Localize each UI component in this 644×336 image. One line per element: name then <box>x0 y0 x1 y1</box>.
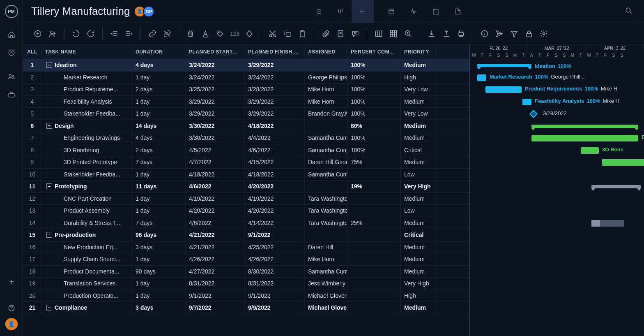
unlink-icon[interactable] <box>161 27 174 40</box>
task-row[interactable]: 1 −Ideation 4 days 3/24/2022 3/29/2022 1… <box>23 59 469 72</box>
view-board-icon[interactable] <box>329 0 352 23</box>
columns-icon[interactable] <box>372 27 385 40</box>
paste-icon[interactable] <box>296 27 309 40</box>
task-row[interactable]: 20 Production Operato... 1 day 9/1/2022 … <box>23 290 469 302</box>
gantt-row: Market Research100%George Phill... <box>470 72 644 84</box>
cut-icon[interactable] <box>266 27 279 40</box>
search-icon[interactable] <box>622 4 636 19</box>
clock-icon[interactable] <box>3 44 20 61</box>
task-row[interactable]: 7 Engineering Drawings 4 days 3/30/2022 … <box>23 132 469 144</box>
task-row[interactable]: 2 Market Research 1 day 3/24/2022 3/24/2… <box>23 72 469 84</box>
task-grid[interactable]: ALL TASK NAME DURATION PLANNED START... … <box>23 44 469 336</box>
info-icon[interactable] <box>478 27 491 40</box>
milestone-icon[interactable] <box>243 27 256 40</box>
user-avatar[interactable]: 👤 <box>5 318 18 330</box>
col-name[interactable]: TASK NAME <box>42 44 132 59</box>
col-duration[interactable]: DURATION <box>132 44 186 59</box>
gantt-chart[interactable]: R, 20 '22MAR, 27 '22APR, 3 '22 WTFSSMTWT… <box>469 44 644 336</box>
export-icon[interactable] <box>440 27 453 40</box>
task-row[interactable]: 10 Stakeholder Feedba... 1 day 4/18/2022… <box>23 169 469 181</box>
collapse-icon[interactable]: − <box>46 305 52 311</box>
task-row[interactable]: 3 Product Requireme... 2 days 3/25/2022 … <box>23 83 469 96</box>
task-row[interactable]: 8 3D Rendering 2 days 4/5/2022 4/6/2022 … <box>23 144 469 157</box>
add-icon[interactable] <box>3 273 20 290</box>
view-gantt-icon[interactable] <box>352 0 374 23</box>
view-activity-icon[interactable] <box>402 0 425 23</box>
project-avatars[interactable]: 👤 GP <box>136 6 154 17</box>
home-icon[interactable] <box>3 26 20 43</box>
undo-icon[interactable] <box>69 27 83 40</box>
collapse-icon[interactable]: − <box>46 123 52 129</box>
collapse-icon[interactable]: − <box>46 62 52 68</box>
link-icon[interactable] <box>146 27 159 40</box>
lock-icon[interactable] <box>522 27 536 40</box>
redo-icon[interactable] <box>84 27 97 40</box>
view-list-icon[interactable] <box>307 0 329 23</box>
task-row[interactable]: 6 −Design 14 days 3/30/2022 4/18/2022 80… <box>23 120 469 132</box>
text-icon[interactable] <box>199 27 212 40</box>
avatar-2[interactable]: GP <box>143 6 154 17</box>
col-priority[interactable]: PRIORITY <box>401 44 436 59</box>
col-percent[interactable]: PERCENT COM... <box>347 44 401 59</box>
app-logo[interactable]: PM <box>5 5 18 18</box>
gantt-bar[interactable]: Market Research100%George Phill... <box>477 74 486 81</box>
gantt-bar[interactable] <box>602 159 644 166</box>
send-icon[interactable] <box>493 27 506 40</box>
task-row[interactable]: 15 −Pre-production 96 days 4/21/2022 9/1… <box>23 229 469 241</box>
zoom-in-icon[interactable] <box>402 27 415 40</box>
users-icon[interactable] <box>3 68 20 85</box>
gantt-bar[interactable]: Ideation100% <box>477 64 531 67</box>
view-file-icon[interactable] <box>447 0 469 23</box>
gantt-bar[interactable] <box>531 125 638 128</box>
import-icon[interactable] <box>425 27 438 40</box>
help-icon[interactable] <box>3 300 20 316</box>
gantt-row: Product Requirements100%Mike H <box>470 83 644 96</box>
copy-icon[interactable] <box>281 27 294 40</box>
task-row[interactable]: 16 New Production Eq... 3 days 4/21/2022… <box>23 241 469 254</box>
view-sheet-icon[interactable] <box>380 0 402 23</box>
outdent-icon[interactable] <box>108 27 121 40</box>
gantt-row <box>470 278 644 290</box>
col-all[interactable]: ALL <box>23 44 42 59</box>
tag-icon[interactable] <box>214 27 227 40</box>
notes-icon[interactable] <box>334 27 347 40</box>
gantt-bar[interactable] <box>591 220 624 227</box>
task-row[interactable]: 19 Translation Services 1 day 8/31/2022 … <box>23 278 469 290</box>
comment-icon[interactable] <box>349 27 362 40</box>
svg-point-9 <box>51 31 53 34</box>
grid-icon[interactable] <box>387 27 400 40</box>
col-start[interactable]: PLANNED START... <box>186 44 245 59</box>
task-row[interactable]: 12 CNC Part Creation 1 day 4/19/2022 4/1… <box>23 193 469 205</box>
left-sidebar: PM 👤 <box>0 0 23 336</box>
task-row[interactable]: 11 −Prototyping 11 days 4/6/2022 4/20/20… <box>23 181 469 193</box>
briefcase-icon[interactable] <box>3 86 20 103</box>
delete-icon[interactable] <box>184 27 197 40</box>
task-row[interactable]: 5 Stakeholder Feedba... 1 day 3/29/2022 … <box>23 108 469 120</box>
task-row[interactable]: 9 3D Printed Prototype 7 days 4/7/2022 4… <box>23 156 469 169</box>
gantt-bar[interactable]: 3D Renc <box>581 147 599 154</box>
indent-icon[interactable] <box>122 27 136 40</box>
task-row[interactable]: 4 Feasibility Analysis 1 day 3/29/2022 3… <box>23 96 469 108</box>
gantt-bar[interactable]: Engineering D <box>531 135 638 141</box>
gantt-bar[interactable]: Feasibility Analysis100%Mike H <box>522 99 531 105</box>
add-task-icon[interactable] <box>31 27 44 40</box>
task-row[interactable]: 13 Product Assembly 1 day 4/20/2022 4/20… <box>23 205 469 217</box>
milestone-diamond[interactable] <box>529 110 538 118</box>
attachment-icon[interactable] <box>319 27 332 40</box>
settings-icon[interactable] <box>537 27 550 40</box>
gantt-row <box>470 290 644 302</box>
collapse-icon[interactable]: − <box>46 232 52 238</box>
gantt-bar[interactable] <box>591 185 641 188</box>
gantt-bar[interactable]: Product Requirements100%Mike H <box>485 86 522 93</box>
col-assigned[interactable]: ASSIGNED <box>305 44 347 59</box>
task-row[interactable]: 21 −Compliance 3 days 9/7/2022 9/9/2022 … <box>23 302 469 314</box>
task-row[interactable]: 17 Supply Chain Sourci... 1 day 4/26/202… <box>23 253 469 266</box>
col-finish[interactable]: PLANNED FINISH ... <box>245 44 305 59</box>
collapse-icon[interactable]: − <box>46 183 52 189</box>
view-calendar-icon[interactable] <box>425 0 447 23</box>
task-row[interactable]: 14 Durability & Stress T... 7 days 4/6/2… <box>23 217 469 229</box>
filter-icon[interactable] <box>508 27 521 40</box>
add-person-icon[interactable] <box>46 27 59 40</box>
task-row[interactable]: 18 Product Documenta... 90 days 4/27/202… <box>23 266 469 278</box>
print-icon[interactable] <box>455 27 468 40</box>
